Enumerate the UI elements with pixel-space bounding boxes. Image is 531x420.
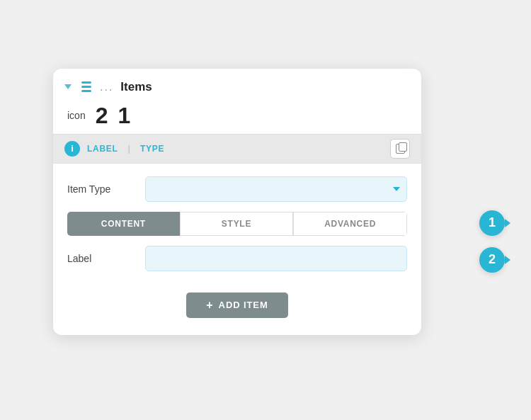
tab-bar: i LABEL | TYPE (53, 134, 421, 164)
icon-row-label: icon (67, 110, 86, 121)
item-type-label: Item Type (67, 183, 145, 195)
add-item-row: + ADD ITEM (53, 288, 421, 318)
label-field-label: Label (67, 253, 145, 264)
panel-title: Items (120, 80, 152, 94)
tab-style[interactable]: STYLE (180, 212, 294, 236)
side-badge-2: 2 (479, 247, 505, 273)
plus-icon: + (206, 300, 213, 311)
icon-row: icon 2 1 (53, 101, 421, 134)
label-row: Label (67, 246, 407, 271)
item-type-select[interactable]: Text Link Button Separator (145, 176, 407, 202)
panel-header: ... Items (53, 69, 421, 101)
tab-label[interactable]: LABEL (87, 144, 118, 154)
add-item-label: ADD ITEM (219, 300, 268, 310)
add-item-button[interactable]: + ADD ITEM (186, 293, 287, 318)
list-icon (81, 81, 91, 92)
tab-content[interactable]: CONTENT (67, 212, 180, 236)
tab-divider: | (128, 143, 130, 154)
form-area: Item Type Text Link Button Separator CON… (53, 164, 421, 288)
info-icon: i (64, 141, 80, 157)
item-type-select-wrapper: Text Link Button Separator (145, 176, 407, 202)
copy-icon (396, 144, 405, 154)
main-panel: ... Items icon 2 1 i LABEL | TYPE Item T… (53, 69, 421, 335)
item-type-row: Item Type Text Link Button Separator (67, 176, 407, 202)
ellipsis-label: ... (100, 81, 113, 93)
tab-advanced[interactable]: ADVANCED (293, 212, 407, 236)
label-input[interactable] (145, 246, 407, 271)
icon-num-1: 1 (118, 104, 130, 127)
icon-num-2: 2 (96, 104, 108, 127)
chevron-down-icon[interactable] (64, 84, 72, 89)
side-badge-1: 1 (479, 210, 505, 236)
tab-type[interactable]: TYPE (140, 144, 164, 154)
sub-tabs: CONTENT STYLE ADVANCED (67, 212, 407, 236)
copy-button[interactable] (390, 139, 410, 159)
